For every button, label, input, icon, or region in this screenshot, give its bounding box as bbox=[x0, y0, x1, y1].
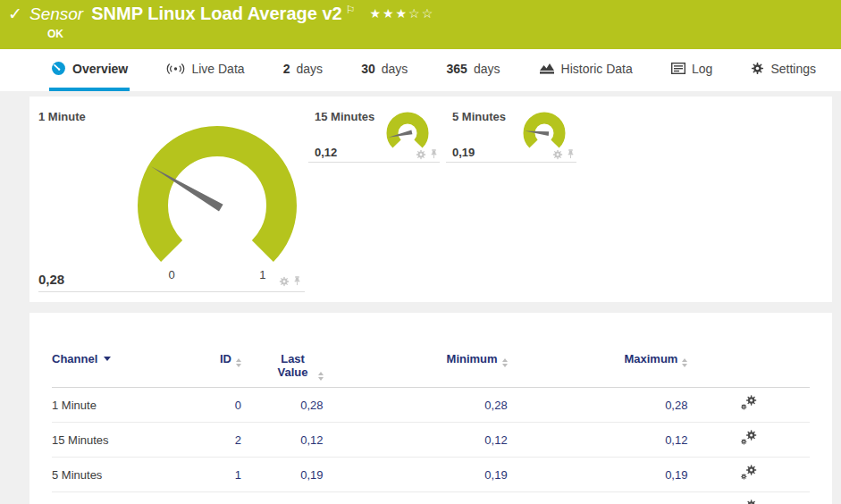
channel-maximum: 0,12 bbox=[508, 423, 688, 458]
gauge-value: 0,12 bbox=[315, 146, 337, 159]
column-label: ID bbox=[220, 352, 231, 365]
tab-label: Historic Data bbox=[561, 62, 633, 76]
column-label: Minimum bbox=[447, 352, 498, 365]
broadcast-icon bbox=[166, 63, 185, 75]
sort-toggle-icon bbox=[502, 358, 508, 367]
chart-icon bbox=[539, 62, 555, 75]
tab-label: days bbox=[297, 62, 324, 76]
channel-settings-button[interactable] bbox=[740, 465, 757, 482]
gauge-icon bbox=[51, 61, 66, 76]
gauge-settings-icon[interactable] bbox=[552, 149, 563, 160]
tab-2-days[interactable]: 2days bbox=[282, 49, 324, 91]
channel-settings-cell bbox=[687, 388, 810, 423]
svg-text:0: 0 bbox=[168, 268, 174, 281]
table-body: 1 Minute00,280,280,2815 Minutes20,120,12… bbox=[52, 388, 810, 504]
channel-id: 1 bbox=[168, 458, 241, 492]
tab-label: days bbox=[474, 62, 500, 76]
gauge-title: 15 Minutes bbox=[315, 110, 374, 123]
gauge-5-minutes[interactable]: 5 Minutes0,19 bbox=[446, 105, 576, 163]
tab-label: Live Data bbox=[191, 62, 244, 76]
channel-name: Downtime bbox=[52, 492, 168, 504]
svg-text:1: 1 bbox=[259, 268, 265, 281]
table-row: 5 Minutes10,190,190,19 bbox=[52, 458, 810, 492]
column-header-maximum[interactable]: Maximum bbox=[508, 352, 688, 388]
column-label: Last Value bbox=[273, 352, 314, 379]
channel-settings-button[interactable] bbox=[740, 430, 757, 447]
gauge-tools bbox=[416, 148, 438, 160]
column-header-last-value[interactable]: Last Value bbox=[241, 352, 324, 388]
channel-id: 0 bbox=[168, 388, 241, 423]
tab-label: Settings bbox=[770, 62, 816, 76]
sort-toggle-icon bbox=[682, 358, 687, 367]
gauge-title: 5 Minutes bbox=[452, 110, 506, 123]
table-header-row: ChannelIDLast ValueMinimumMaximum bbox=[52, 352, 810, 388]
channel-settings-cell bbox=[687, 492, 810, 504]
flag-icon[interactable]: ⚐ bbox=[346, 4, 356, 16]
sort-toggle-icon bbox=[236, 358, 241, 367]
channel-table: ChannelIDLast ValueMinimumMaximum 1 Minu… bbox=[52, 352, 810, 504]
log-icon bbox=[671, 63, 685, 74]
channel-settings-cell bbox=[687, 458, 810, 492]
channel-settings-button[interactable] bbox=[740, 395, 757, 412]
tab-live-data[interactable]: Live Data bbox=[164, 49, 246, 91]
gauge-tools bbox=[552, 148, 575, 160]
table-row: 1 Minute00,280,280,28 bbox=[52, 388, 810, 423]
channel-settings-button[interactable] bbox=[740, 500, 757, 504]
channel-last-value bbox=[241, 492, 324, 504]
tab-bar: OverviewLive Data2days30days365daysHisto… bbox=[0, 49, 841, 91]
sensor-title-row: SensorSNMP Linux Load Average v2⚐★★★☆☆ bbox=[29, 4, 434, 24]
channel-maximum: 0,19 bbox=[508, 458, 688, 492]
channel-name: 5 Minutes bbox=[52, 458, 168, 492]
tab-30-days[interactable]: 30days bbox=[359, 49, 409, 91]
channel-last-value: 0,28 bbox=[241, 388, 324, 423]
column-label: Maximum bbox=[624, 352, 677, 365]
tab-historic-data[interactable]: Historic Data bbox=[537, 49, 635, 91]
gauge-pin-icon[interactable] bbox=[293, 275, 301, 287]
channel-minimum: 0,28 bbox=[324, 388, 508, 423]
gauge-tools bbox=[279, 275, 301, 287]
channel-last-value: 0,12 bbox=[241, 423, 324, 458]
sort-toggle-icon bbox=[318, 372, 324, 381]
tab-365-days[interactable]: 365days bbox=[445, 49, 502, 91]
tab-overview[interactable]: Overview bbox=[49, 49, 130, 91]
column-label: Channel bbox=[52, 352, 97, 365]
gauge-dial: 01 bbox=[128, 120, 307, 290]
status-check-icon: ✓ bbox=[8, 4, 22, 23]
status-badge: OK bbox=[47, 28, 63, 40]
gauge-title: 1 Minute bbox=[38, 110, 86, 123]
gauge-pin-icon[interactable] bbox=[430, 148, 438, 160]
tab-label: Overview bbox=[72, 62, 128, 76]
channel-id: -4 bbox=[168, 492, 241, 504]
tab-number: 30 bbox=[361, 62, 375, 76]
column-header-actions bbox=[687, 352, 810, 388]
channel-minimum: 0,12 bbox=[324, 423, 508, 458]
gauge-pin-icon[interactable] bbox=[567, 148, 575, 160]
gauge-settings-icon[interactable] bbox=[416, 149, 426, 160]
gauge-1-minute[interactable]: 1 Minute010,28 bbox=[38, 105, 305, 292]
tab-log[interactable]: Log bbox=[669, 49, 714, 91]
channel-table-panel: ChannelIDLast ValueMinimumMaximum 1 Minu… bbox=[29, 313, 832, 504]
column-header-minimum[interactable]: Minimum bbox=[324, 352, 508, 388]
channel-maximum: 0,28 bbox=[508, 388, 688, 423]
channel-name: 15 Minutes bbox=[52, 423, 168, 458]
gauge-value: 0,28 bbox=[38, 272, 64, 287]
gauge-settings-icon[interactable] bbox=[279, 276, 290, 287]
tab-number: 365 bbox=[447, 62, 467, 76]
tab-label: Log bbox=[692, 62, 712, 76]
sensor-header: ✓ SensorSNMP Linux Load Average v2⚐★★★☆☆… bbox=[0, 0, 841, 49]
channel-minimum: 0,19 bbox=[324, 458, 508, 492]
channel-id: 2 bbox=[168, 423, 241, 458]
channel-settings-cell bbox=[687, 423, 810, 458]
tab-settings[interactable]: Settings bbox=[749, 49, 818, 91]
priority-stars[interactable]: ★★★☆☆ bbox=[369, 6, 434, 21]
column-header-channel[interactable]: Channel bbox=[52, 352, 168, 388]
table-row: 15 Minutes20,120,120,12 bbox=[52, 423, 810, 458]
gauge-15-minutes[interactable]: 15 Minutes0,12 bbox=[308, 105, 440, 163]
sensor-title: SNMP Linux Load Average v2 bbox=[91, 4, 341, 23]
column-header-id[interactable]: ID bbox=[168, 352, 241, 388]
gauge-value: 0,19 bbox=[452, 146, 475, 159]
table-row: Downtime-4 bbox=[52, 492, 810, 504]
channel-maximum bbox=[508, 492, 688, 504]
channel-minimum bbox=[324, 492, 508, 504]
tab-label: days bbox=[382, 62, 408, 76]
